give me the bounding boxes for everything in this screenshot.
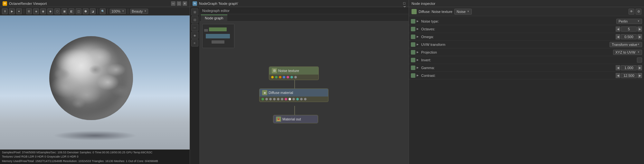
node-material-out-header: 📤 Material out [273,115,318,123]
row-label-omega: Omega: [421,35,614,39]
tab-node-graph[interactable]: Node graph [201,15,227,21]
port-diff-input-green[interactable] [261,98,264,100]
noise-type-dropdown[interactable]: Perlin ▼ [616,19,642,24]
row-icon-2 [411,35,415,39]
port-diff-in-gray7[interactable] [300,98,303,100]
port-diff-in-gray2[interactable] [269,98,272,100]
octaves-value[interactable]: 5 [621,26,637,32]
port-noise-orange[interactable] [279,76,281,78]
port-diff-in-gray5[interactable] [281,98,283,100]
inspector-name-dropdown[interactable]: Noise ▼ [454,9,472,15]
omega-decrease[interactable]: ◀ [616,34,620,39]
row-expand-6[interactable]: ▶ [417,66,420,69]
port-diff-in-white[interactable] [289,98,291,100]
port-diff-in-gray4[interactable] [277,98,279,100]
omega-value[interactable]: 0.500 [621,34,637,39]
row-invert: ▶ Invert: [409,56,644,64]
row-expand-5[interactable]: ▶ [417,58,420,61]
tb-btn9[interactable]: ⬢ [83,8,89,14]
ng-sidebar-btn-4[interactable]: ◈ [191,32,198,39]
tb-btn2[interactable]: ◈ [33,8,39,14]
play-button[interactable]: ▶ [9,8,15,14]
ng-sidebar-btn-5[interactable]: ≡ [191,39,198,46]
tb-magnify[interactable]: 🔍 [100,8,106,14]
nodegraph-sidebar: ⊞ ⊟ ↔ ◈ ≡ [190,7,200,164]
ng-sidebar-btn-3[interactable]: ↔ [191,24,198,31]
sphere-object [49,36,133,120]
row-expand-7[interactable]: ▶ [417,74,420,77]
ng-sidebar-btn-1[interactable]: ⊞ [191,8,198,15]
port-diff-in-pink[interactable] [285,98,287,100]
beauty-dropdown[interactable]: Beauty ▼ [130,9,148,14]
nodegraph-tab-bar: Node graph [200,14,409,21]
node-material-out[interactable]: 📤 Material out [273,115,318,123]
invert-checkbox[interactable] [637,57,642,63]
projection-dropdown[interactable]: XYZ to UVW ▼ [613,50,642,55]
node-diffuse-material[interactable]: ◉ Diffuse material [259,88,328,102]
port-diff-in-gray8[interactable] [304,98,307,100]
contrast-increase[interactable]: ▶ [638,73,642,78]
row-expand-0[interactable]: ▶ [417,20,420,23]
gamma-increase[interactable]: ▶ [638,65,642,70]
inspector-header: Diffuse: Noise texture Noise ▼ 👁 ⚙ [409,7,644,16]
toolbar-separator-3 [108,9,108,14]
port-diff-in-gray6[interactable] [292,98,295,100]
tb-btn10[interactable]: ◪ [90,8,96,14]
uvw-transform-dropdown[interactable]: Transform value ▼ [610,42,642,47]
viewport-panel: O OctaneRender Viewport ─ □ ✕ ⏸ ▶ ● ⊞ ◈ … [0,0,190,164]
port-noise-pink[interactable] [287,76,289,78]
contrast-decrease[interactable]: ◀ [616,73,620,78]
pause-button[interactable]: ⏸ [2,8,8,14]
record-button[interactable]: ● [16,8,22,14]
port-noise-yellow[interactable] [271,76,274,78]
minimap-noise-node [209,27,227,31]
port-noise-green[interactable] [275,76,278,78]
viewport-title: OctaneRender Viewport [9,2,169,5]
node-noise-texture[interactable]: 🖼 Noise texture [269,67,319,80]
inspector-action-buttons: 👁 ⚙ [629,9,641,15]
tb-btn7[interactable]: ◧ [69,8,74,14]
tb-btn1[interactable]: ⊞ [26,8,32,14]
row-expand-1[interactable]: ▶ [417,27,420,30]
tb-btn6[interactable]: ▣ [62,8,67,14]
inspector-settings-button[interactable]: ⚙ [636,9,641,15]
inspector-panel: Node inspector Diffuse: Noise texture No… [409,0,644,164]
octaves-value-container: ◀ 5 ▶ [616,26,642,32]
port-noise-blue[interactable] [283,76,285,78]
port-noise-gray[interactable] [294,76,297,78]
port-diff-in-gray3[interactable] [273,98,276,100]
node-diffuse-material-header: ◉ Diffuse material [260,89,328,97]
noise-texture-output-ports [269,75,318,80]
zoom-dropdown[interactable]: 100% ▼ [110,9,126,14]
ng-sidebar-btn-2[interactable]: ⊟ [191,16,198,23]
row-label-uvw-transform: UVW transform [421,43,608,46]
gamma-value[interactable]: 1.000 [621,65,637,70]
row-expand-2[interactable]: ▶ [417,35,420,38]
tb-btn8[interactable]: ◫ [76,8,81,14]
octaves-increase[interactable]: ▶ [638,26,642,32]
gamma-decrease[interactable]: ◀ [616,65,620,70]
row-gamma: ▶ Gamma: ◀ 1.000 ▶ [409,64,644,72]
row-octaves: ▶ Octaves: ◀ 5 ▶ [409,25,644,33]
tb-btn4[interactable]: ◆ [47,8,53,14]
port-noise-teal[interactable] [290,76,293,78]
row-expand-4[interactable]: ▶ [417,51,420,54]
close-button[interactable]: ✕ [183,1,187,6]
maximize-button[interactable]: □ [177,1,181,6]
row-expand-3[interactable]: ▶ [417,43,420,46]
row-icon-6 [411,66,415,70]
octaves-decrease[interactable]: ◀ [616,26,620,32]
port-diff-in-gray1[interactable] [265,98,268,100]
ng-maximize-button[interactable]: □ [403,1,406,5]
projection-value: XYZ to UVW [615,50,635,54]
inspector-type-label: Diffuse: Noise texture [419,10,452,14]
row-projection: ▶ Projection XYZ to UVW ▼ [409,48,644,56]
port-diff-in-teal[interactable] [296,98,299,100]
tb-btn3[interactable]: ◉ [40,8,46,14]
inspector-eye-button[interactable]: 👁 [629,9,634,15]
minimize-button[interactable]: ─ [171,1,175,6]
omega-increase[interactable]: ▶ [638,34,642,39]
contrast-value[interactable]: 12.500 [621,73,637,78]
nodegraph-canvas[interactable]: 🖼 Noise texture [200,21,409,164]
tb-btn5[interactable]: ⬡ [54,8,60,14]
